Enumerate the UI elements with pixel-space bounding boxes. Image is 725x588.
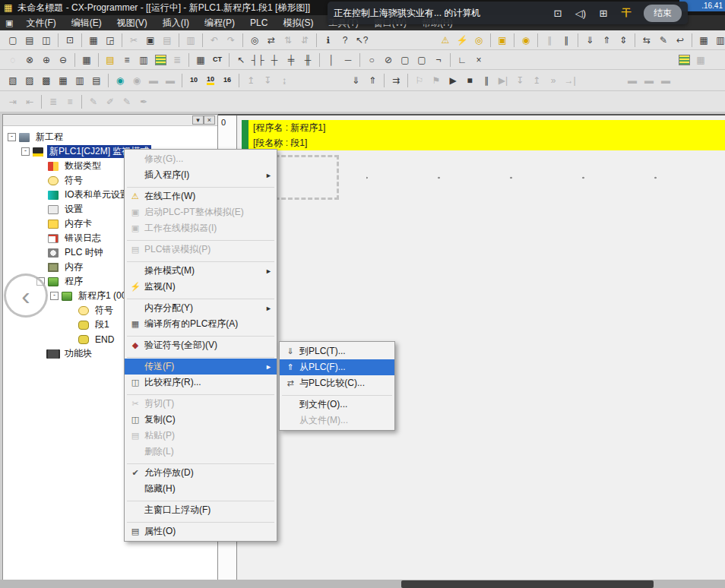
about-button[interactable]: ℹ [320,33,337,48]
invert-button[interactable]: ¬ [430,52,447,68]
speaker-icon[interactable]: ◁) [569,8,592,19]
output-window-button[interactable]: ▬ [145,73,162,88]
end-session-button[interactable]: 结束 [644,5,682,22]
block-indent-button[interactable]: ⇥ [5,94,21,109]
menu-edit[interactable]: 编辑(E) [64,17,109,30]
monitor-window-2-button[interactable]: ▬ [641,73,657,88]
force-on-button[interactable]: ⚐ [411,73,428,88]
remote-control-icon[interactable]: 干 [615,6,638,20]
ctx-compare-program[interactable]: ◫ 比较程序(R)... [125,375,277,390]
transfer-to-plc-button[interactable]: ⇓ [347,73,364,88]
mnemonics-view-button[interactable]: ≣ [169,52,185,68]
io-table-button[interactable]: ▥ [712,33,725,48]
fullscreen-icon[interactable]: ⊡ [546,8,569,19]
line-connect-button[interactable]: ∟ [454,52,470,68]
open-project-button[interactable]: ▤ [21,33,38,48]
ctx-memory-allocation[interactable]: 内存分配(Y) ► [125,300,277,316]
block-outdent-button[interactable]: ⇤ [21,94,38,109]
submenu-to-file[interactable]: 到文件(O)... [280,397,394,413]
signed-decimal-monitor-button[interactable]: 10 [202,73,219,88]
online-edit-begin-button[interactable]: ✎ [655,33,672,48]
select-mode-button[interactable]: ↖ [233,52,249,68]
ctx-cut[interactable]: ✂ 剪切(T) [125,396,277,412]
find-next-button[interactable]: ⇵ [296,33,313,48]
io-comment-view-button[interactable]: ▦ [692,52,709,68]
work-online-toolbar-button[interactable]: ⚠ [437,33,454,48]
copy-button[interactable]: ▣ [142,33,159,48]
compare-with-plc-button[interactable]: ⇕ [615,33,632,48]
print-preview-button[interactable]: ◲ [102,33,119,48]
online-edit-ladder-button[interactable]: ▣ [494,33,511,48]
ctx-properties[interactable]: ▤ 属性(O) [125,523,277,539]
monitor-window-1-button[interactable]: ▬ [624,73,641,88]
back-overlay-circle[interactable]: ‹ [4,273,48,318]
edit-symbol-button[interactable]: ✒ [135,94,152,109]
ctx-delete[interactable]: 删除(L) [125,444,277,460]
ctx-hide[interactable]: 隐藏(H) [125,481,277,497]
ctx-plc-error-simulation[interactable]: ▤ PLC错误模拟(P) [125,242,277,258]
menu-simulation[interactable]: 模拟(S) [275,17,321,30]
differential-up-button[interactable]: ↥ [242,73,259,88]
menu-program[interactable]: 编程(P) [197,17,242,30]
expander-icon[interactable]: - [50,292,59,300]
new-vertical-line-button[interactable]: │ [323,52,340,68]
window-toggle-icon[interactable]: ⊞ [592,8,615,19]
save-project-button[interactable]: ◫ [38,33,55,48]
ctx-insert-program[interactable]: 插入程序(I) ► [125,167,277,183]
new-project-button[interactable]: ▢ [5,33,21,48]
find-online-button[interactable]: ◎ [470,33,487,48]
paste-button[interactable]: ▤ [159,33,176,48]
ladder-pair-view-button[interactable]: ◫ [676,52,692,68]
new-closed-contact-button[interactable]: ┼ [266,52,283,68]
step-run-button[interactable]: ▶| [495,73,511,88]
new-contact-button[interactable]: ┤├ [249,52,266,68]
edit-comment-button[interactable]: ✎ [85,94,102,109]
ct-view-button[interactable]: CT [209,52,226,68]
pause-sampling-button[interactable]: ∥ [541,33,558,48]
window-properties-button[interactable]: ▤ [88,73,105,88]
sim-stop-button[interactable]: ■ [461,73,478,88]
submenu-from-plc[interactable]: ⇑ 从PLC(F)... [280,359,394,375]
continuous-step-button[interactable]: » [545,73,562,88]
ctx-copy[interactable]: ◫ 复制(C) [125,412,277,428]
cross-reference-button[interactable]: ▥ [135,52,152,68]
zoom-custom-button[interactable]: ⊗ [21,52,38,68]
expander-icon[interactable]: - [21,147,30,156]
tile-window-button[interactable]: ▦ [55,73,71,88]
transfer-from-plc-button[interactable]: ⇑ [364,73,381,88]
cascade-window-button[interactable]: ▩ [38,73,55,88]
zoom-out-button[interactable]: ⊖ [55,52,71,68]
ladder-view-button[interactable]: ▮ [152,52,169,68]
search-project-button[interactable]: ⊡ [62,33,78,48]
transfer-options-button[interactable]: ⇉ [388,73,404,88]
watch-window-2-button[interactable]: ◉ [128,73,145,88]
pause-monitor-button[interactable]: ∥ [558,33,575,48]
ctx-monitor[interactable]: ⚡ 监视(N) [125,279,277,295]
online-edit-transfer-button[interactable]: ⇆ [638,33,655,48]
output-view-button[interactable]: ≡ [119,52,135,68]
edit-rung-comment-button[interactable]: ✐ [102,94,119,109]
upload-from-plc-button[interactable]: ⇑ [598,33,615,48]
ctx-modify[interactable]: 修改(G)... [125,151,277,167]
line-delete-button[interactable]: × [470,52,487,68]
step-in-button[interactable]: ↧ [511,73,528,88]
cut-button[interactable]: ✂ [125,33,142,48]
ctx-transfer[interactable]: 传送(F) ► [125,359,277,375]
address-reference-button[interactable]: ▦ [192,52,209,68]
step-out-button[interactable]: ↥ [528,73,545,88]
edit-annotation-button[interactable]: ✎ [119,94,135,109]
new-coil-button[interactable]: ○ [363,52,380,68]
align-list-2-button[interactable]: ≡ [62,94,78,109]
expander-icon[interactable]: - [8,133,16,141]
new-or-closed-contact-button[interactable]: ╫ [299,52,316,68]
ctx-start-plc-pt-simulation[interactable]: ▣ 启动PLC-PT整体模拟(E) [125,204,277,220]
new-instruction-button[interactable]: ▢ [397,52,413,68]
memory-window-button[interactable]: ▬ [162,73,179,88]
menu-insert[interactable]: 插入(I) [155,17,197,30]
child-window-icon[interactable]: ▣ [0,18,18,28]
submenu-from-file[interactable]: 从文件(M)... [280,413,394,428]
paste-special-button[interactable]: ▥ [182,33,199,48]
ctx-verify-symbols[interactable]: ◆ 验证符号(全部)(V) [125,337,277,353]
online-edit-cancel-button[interactable]: ↩ [672,33,689,48]
align-list-button[interactable]: ≣ [45,94,62,109]
